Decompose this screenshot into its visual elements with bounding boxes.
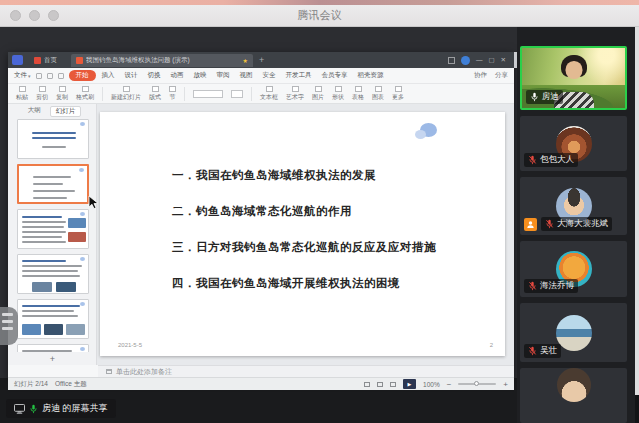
menu-right-1[interactable]: 分享 [495, 71, 508, 80]
menu-item-9[interactable]: 开发工具 [282, 70, 316, 81]
toolbar-button-9[interactable]: 图片 [312, 86, 324, 102]
wps-menus: 开始插入设计切换动画放映审阅视图安全开发工具会员专享稻壳资源 [69, 70, 469, 81]
apps-grid-icon[interactable] [448, 57, 455, 64]
menu-item-11[interactable]: 稻壳资源 [354, 70, 388, 81]
meeting-main: 首页 我国钓鱼岛海域维权执法问题 (演示) + — ▢ ✕ [0, 27, 639, 423]
toolbar-button-11[interactable]: 表格 [352, 86, 364, 102]
menu-item-6[interactable]: 审阅 [213, 70, 234, 81]
toolbar-button-4[interactable]: 新建幻灯片 [111, 86, 141, 102]
participant-tile-6[interactable] [520, 368, 627, 423]
slide-date: 2021-5-5 [118, 342, 142, 348]
new-tab-button[interactable]: + [259, 56, 264, 65]
menu-item-1[interactable]: 插入 [98, 70, 119, 81]
toolbar-label: 新建幻灯片 [111, 93, 141, 102]
mic-on-icon [29, 404, 38, 414]
participant-tile-2[interactable]: 包包大人 [520, 116, 627, 171]
font-name-box[interactable] [193, 90, 223, 98]
slide-thumbnail-4[interactable] [17, 254, 89, 294]
slide-thumbnail-5[interactable] [17, 299, 89, 339]
toolbar-label: 节 [170, 93, 176, 102]
participant-name: 房迪 [542, 91, 559, 103]
slideshow-play-button[interactable]: ▶ [403, 379, 416, 389]
current-slide: 一．我国在钓鱼岛海域维权执法的发展二．钓鱼岛海域常态化巡航的作用三．日方对我钓鱼… [100, 112, 505, 356]
toolbar-button-0[interactable]: 粘贴 [16, 86, 28, 102]
tab-outline[interactable]: 大纲 [23, 106, 46, 117]
wps-document-tab[interactable]: 我国钓鱼岛海域维权执法问题 (演示) [71, 54, 253, 67]
slide-indicator: 幻灯片 2/14 [14, 380, 48, 389]
zoom-in-button[interactable] [503, 380, 508, 389]
slide-logo-blob [415, 123, 437, 139]
participant-tile-4[interactable]: 海法乔博 [520, 241, 627, 297]
meeting-titlebar: 腾讯会议 [0, 5, 639, 27]
menu-item-8[interactable]: 安全 [259, 70, 280, 81]
save-icon[interactable] [36, 73, 42, 79]
toolbar-icon [292, 86, 299, 92]
account-avatar[interactable] [461, 56, 470, 65]
toolbar-button-6[interactable]: 节 [169, 86, 176, 102]
wps-maximize-button[interactable]: ▢ [488, 57, 494, 64]
menu-item-10[interactable]: 会员专享 [318, 70, 352, 81]
wps-home-tab[interactable]: 首页 [28, 54, 63, 66]
toolbar-icon [355, 86, 362, 92]
toolbar-icon [375, 86, 382, 92]
menu-item-2[interactable]: 设计 [121, 70, 142, 81]
toolbar-label: 更多 [392, 93, 404, 102]
toolbar-label: 艺术字 [286, 93, 304, 102]
toolbar-label: 剪切 [36, 93, 48, 102]
menu-item-5[interactable]: 放映 [190, 70, 211, 81]
toolbar-button-7[interactable]: 文本框 [260, 86, 278, 102]
view-reading-icon[interactable] [390, 382, 396, 387]
redo-icon[interactable] [58, 73, 64, 79]
participant-tile-3[interactable]: 大海大裴兆斌 [520, 177, 627, 235]
toolbar-button-3[interactable]: 格式刷 [76, 86, 94, 102]
slide-thumbnail-6[interactable] [17, 344, 89, 352]
participant-tile-1[interactable]: 房迪 [520, 46, 627, 110]
floating-toolbar-widget[interactable] [0, 307, 18, 345]
font-size-box[interactable] [231, 90, 243, 98]
file-menu[interactable]: 文件 [14, 71, 31, 80]
notes-icon [106, 369, 112, 374]
view-sorter-icon[interactable] [377, 382, 383, 387]
wps-minimize-button[interactable]: — [476, 57, 483, 64]
slide-thumbnail-1[interactable] [17, 119, 89, 159]
notes-bar[interactable]: 单击此处添加备注 [98, 365, 514, 377]
menu-item-0[interactable]: 开始 [69, 70, 96, 81]
toolbar-icon [123, 86, 130, 92]
slide-thumbnail-2[interactable] [17, 164, 89, 204]
slide-thumbnail-3[interactable] [17, 209, 89, 249]
zoom-slider-knob[interactable] [474, 381, 479, 386]
window-title: 腾讯会议 [0, 8, 639, 23]
menu-item-7[interactable]: 视图 [236, 70, 257, 81]
toolbar-button-8[interactable]: 艺术字 [286, 86, 304, 102]
home-tab-label: 首页 [44, 56, 57, 65]
toolbar-button-10[interactable]: 形状 [332, 86, 344, 102]
zoom-out-button[interactable] [447, 380, 452, 389]
participant-label: 大海大裴兆斌 [541, 217, 612, 231]
mini-blob-icon [80, 302, 85, 306]
participant-label: 海法乔博 [524, 279, 578, 293]
menu-right-0[interactable]: 协作 [474, 71, 487, 80]
toolbar-button-12[interactable]: 图表 [372, 86, 384, 102]
toolbar-icon [82, 86, 89, 92]
menu-item-3[interactable]: 切换 [144, 70, 165, 81]
wps-statusbar: 幻灯片 2/14 Office 主题 ▶ 100% [8, 377, 514, 390]
slide-bullet-line: 二．钓鱼岛海域常态化巡航的作用 [172, 204, 436, 219]
participant-tile-5[interactable]: 吴壮 [520, 303, 627, 362]
mic-muted-icon [545, 219, 554, 229]
tab-slides[interactable]: 幻灯片 [50, 106, 82, 117]
zoom-slider[interactable] [458, 383, 496, 385]
toolbar-button-5[interactable]: 版式 [149, 86, 161, 102]
participant-name: 吴壮 [540, 345, 557, 357]
menu-item-4[interactable]: 动画 [167, 70, 188, 81]
toolbar-button-13[interactable]: 更多 [392, 86, 404, 102]
slide-text-block: 一．我国在钓鱼岛海域维权执法的发展二．钓鱼岛海域常态化巡航的作用三．日方对我钓鱼… [172, 168, 436, 291]
theme-name: Office 主题 [55, 380, 87, 389]
desktop-right-strip [635, 27, 639, 395]
wps-close-button[interactable]: ✕ [501, 57, 506, 64]
add-slide-button[interactable]: + [8, 352, 97, 365]
toolbar-button-1[interactable]: 剪切 [36, 86, 48, 102]
view-normal-icon[interactable] [364, 382, 370, 387]
toolbar-button-2[interactable]: 复制 [56, 86, 68, 102]
undo-icon[interactable] [47, 73, 53, 79]
slide-canvas: 一．我国在钓鱼岛海域维权执法的发展二．钓鱼岛海域常态化巡航的作用三．日方对我钓鱼… [97, 104, 514, 365]
